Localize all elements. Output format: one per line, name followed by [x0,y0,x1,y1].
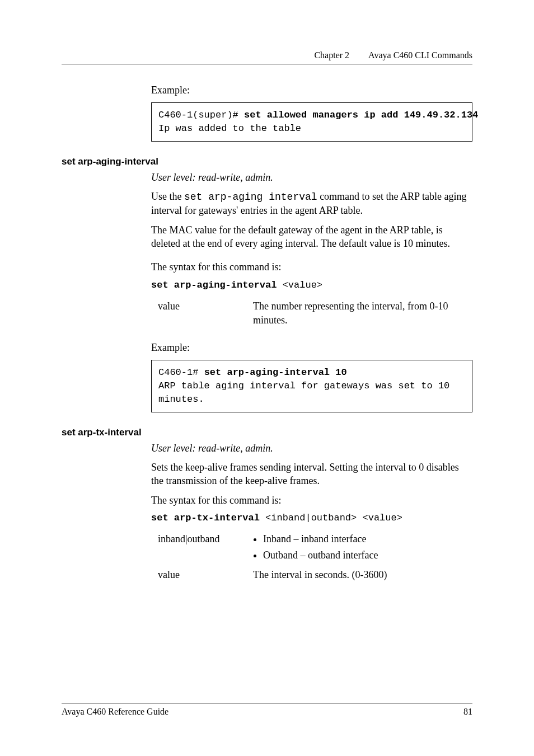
param-desc: Inband – inband interface Outband – outb… [253,532,472,565]
section-heading: set arp-aging-interval [62,156,472,167]
code-line: ARP table aging interval for gateways wa… [158,381,449,391]
param-row: value The number representing the interv… [158,299,472,327]
param-name: value [158,299,253,327]
param-desc: The interval in seconds. (0-3600) [253,568,472,582]
syntax-line: set arp-aging-interval <value> [151,280,472,290]
body-text: Sets the keep-alive frames sending inter… [151,461,472,488]
syntax-line: set arp-tx-interval <inband|outband> <va… [151,513,472,523]
chapter-title: Avaya C460 CLI Commands [368,50,472,60]
example-label: Example: [151,83,472,97]
list-item: Outband – outband interface [263,548,472,562]
param-desc: The number representing the interval, fr… [253,299,472,327]
body-text: Use the set arp-aging interval command t… [151,190,472,218]
code-line: Ip was added to the table [158,123,301,134]
param-name: value [158,568,253,582]
code-line: C460-1(super)# set allowed managers ip a… [158,110,478,120]
user-level: User level: read-write, admin. [151,442,472,455]
footer-page-number: 81 [463,707,472,717]
param-name: inband|outband [158,532,253,565]
example-label: Example: [151,341,472,354]
running-header: Chapter 2Avaya C460 CLI Commands [62,50,472,64]
syntax-label: The syntax for this command is: [151,494,472,507]
code-line: minutes. [158,394,204,405]
list-item: Inband – inband interface [263,532,472,546]
param-row: value The interval in seconds. (0-3600) [158,568,472,582]
user-level: User level: read-write, admin. [151,171,472,184]
section-heading: set arp-tx-interval [62,427,472,438]
chapter-label: Chapter 2 [314,50,349,60]
code-line: C460-1# set arp-aging-interval 10 [158,367,347,378]
code-example-2: C460-1# set arp-aging-interval 10 ARP ta… [151,360,472,412]
page-footer: Avaya C460 Reference Guide 81 [62,703,472,717]
code-example-1: C460-1(super)# set allowed managers ip a… [151,102,472,142]
syntax-label: The syntax for this command is: [151,260,472,274]
footer-left: Avaya C460 Reference Guide [62,707,168,717]
body-text: The MAC value for the default gateway of… [151,223,472,251]
param-row: inband|outband Inband – inband interface… [158,532,472,565]
